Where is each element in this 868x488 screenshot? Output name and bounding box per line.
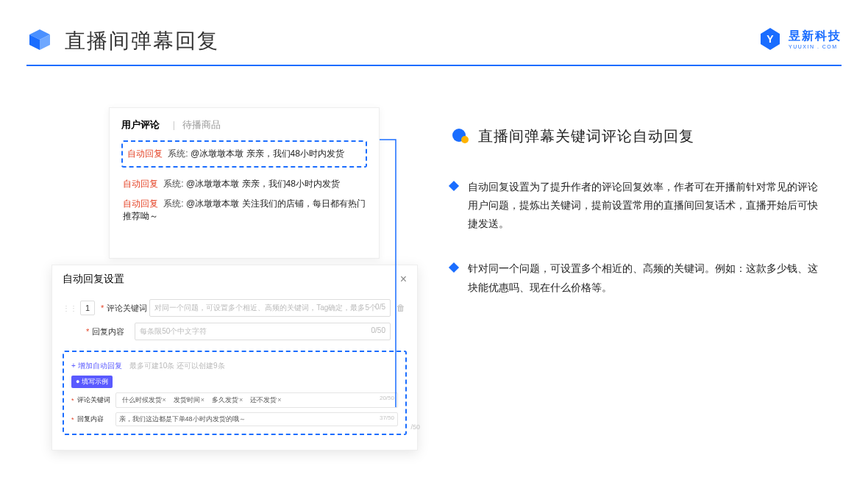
example-keyword-input[interactable]: 什么时候发货×发货时间×多久发货×还不发货× 20/50 [115, 392, 398, 408]
keyword-tag[interactable]: 发货时间× [171, 395, 207, 406]
char-count: 20/50 [380, 395, 394, 401]
index-box: 1 [80, 301, 95, 315]
bullet-list: 自动回复设置为了提升作者的评论回复效率，作者可在开播前针对常见的评论用户问题，提… [450, 178, 825, 297]
brand-logo: Y 昱新科技 YUUXIN . COM [758, 26, 842, 51]
required-star: * [86, 327, 89, 336]
example-content-input[interactable]: 亲，我们这边都是下单48小时内发货的哦～ 37/50 [115, 412, 398, 426]
modal-title: 自动回复设置 [63, 273, 124, 286]
auto-reply-tag: 自动回复 [123, 179, 158, 189]
example-badge: ● 填写示例 [71, 376, 113, 388]
keyword-label: 评论关键词 [107, 303, 149, 314]
bullet-item: 自动回复设置为了提升作者的评论回复效率，作者可在开播前针对常见的评论用户问题，提… [450, 178, 825, 234]
comment-text: @冰墩墩本墩 亲亲，我们48小时内发货 [191, 148, 344, 159]
content-label: 回复内容 [92, 326, 135, 337]
bullet-text: 针对同一个问题，可设置多个相近的、高频的关键词。例如：这款多少钱、这块能优惠吗、… [468, 259, 825, 296]
section-title: 直播间弹幕关键词评论自动回复 [478, 128, 694, 144]
char-count: 0/5 [375, 303, 385, 311]
bullet-item: 针对同一个问题，可设置多个相近的、高频的关键词。例如：这款多少钱、这块能优惠吗、… [450, 259, 825, 296]
system-label: 系统: [163, 179, 183, 189]
comments-panel: 用户评论 | 待播商品 自动回复 系统: @冰墩墩本墩 亲亲，我们48小时内发货… [109, 107, 380, 259]
keyword-tag[interactable]: 什么时候发货× [119, 395, 169, 406]
description-column: 直播间弹幕关键词评论自动回复 自动回复设置为了提升作者的评论回复效率，作者可在开… [450, 126, 825, 323]
required-star: * [71, 416, 74, 423]
comment-row: 自动回复 系统: @冰墩墩本墩 关注我们的店铺，每日都有热门推荐呦～ [121, 198, 367, 223]
drag-handle-icon[interactable]: ⋮⋮ [63, 304, 77, 312]
header-rule [26, 65, 842, 66]
brand-name: 昱新科技 [789, 29, 842, 44]
system-label: 系统: [163, 198, 183, 209]
bullet-text: 自动回复设置为了提升作者的评论回复效率，作者可在开播前针对常见的评论用户问题，提… [468, 178, 825, 234]
content-label: 回复内容 [77, 415, 115, 424]
diamond-icon [449, 262, 459, 273]
placeholder-text: 每条限50个中文字符 [140, 327, 207, 335]
tabs: 用户评论 | 待播商品 [121, 118, 367, 132]
tab-user-comments[interactable]: 用户评论 [121, 119, 160, 130]
example-content-row: * 回复内容 亲，我们这边都是下单48小时内发货的哦～ 37/50 [71, 412, 398, 426]
section-heading-row: 直播间弹幕关键词评论自动回复 [450, 126, 825, 148]
auto-reply-settings-panel: 自动回复设置 × ⋮⋮ 1 * 评论关键词 对同一个问题，可设置多个相近、高频的… [51, 265, 418, 451]
page-title: 直播间弹幕回复 [65, 27, 219, 55]
auto-reply-tag: 自动回复 [127, 148, 163, 159]
placeholder-text: 对同一个问题，可设置多个相近、高频的关键词，Tag确定，最多5个 [154, 304, 377, 312]
keyword-tag[interactable]: 还不发货× [247, 395, 284, 406]
example-keyword-row: * 评论关键词 什么时候发货×发货时间×多久发货×还不发货× 20/50 [71, 392, 398, 408]
chat-bubble-icon [450, 128, 471, 148]
auto-reply-tag: 自动回复 [123, 198, 158, 209]
example-box: + 增加自动回复 最多可建10条 还可以创建9条 ● 填写示例 * 评论关键词 … [63, 351, 407, 435]
diamond-icon [449, 181, 459, 191]
close-icon[interactable]: × [400, 273, 407, 286]
tab-separator: | [173, 119, 175, 130]
keyword-tag[interactable]: 多久发货× [209, 395, 246, 406]
delete-icon[interactable]: 🗑 [396, 303, 407, 313]
svg-point-5 [461, 136, 469, 143]
char-count: 37/50 [380, 415, 394, 421]
add-reply-hint: 最多可建10条 还可以创建9条 [129, 362, 224, 370]
system-label: 系统: [168, 148, 188, 159]
modal-header: 自动回复设置 × [63, 273, 407, 292]
page-header: 直播间弹幕回复 Y 昱新科技 YUUXIN . COM [26, 26, 842, 56]
content-input[interactable]: 每条限50个中文字符 0/50 [135, 323, 391, 340]
highlighted-comment-row: 自动回复 系统: @冰墩墩本墩 亲亲，我们48小时内发货 [121, 140, 367, 168]
keyword-label: 评论关键词 [77, 395, 115, 405]
required-star: * [71, 397, 74, 404]
char-count: 0/50 [371, 326, 385, 334]
keyword-input[interactable]: 对同一个问题，可设置多个相近、高频的关键词，Tag确定，最多5个 0/5 [149, 299, 391, 317]
svg-text:Y: Y [766, 33, 774, 45]
keyword-row: ⋮⋮ 1 * 评论关键词 对同一个问题，可设置多个相近、高频的关键词，Tag确定… [63, 299, 407, 317]
comment-row: 自动回复 系统: @冰墩墩本墩 亲亲，我们48小时内发货 [121, 178, 367, 190]
stray-count: /50 [410, 423, 420, 431]
content-row: * 回复内容 每条限50个中文字符 0/50 [63, 323, 407, 340]
brand-subtitle: YUUXIN . COM [789, 44, 842, 49]
tab-pending-products[interactable]: 待播商品 [182, 119, 221, 130]
comment-text: @冰墩墩本墩 亲亲，我们48小时内发货 [186, 179, 340, 189]
comment-text: @冰墩墩本墩 关注我们的店铺，每日都有热门推荐呦～ [123, 198, 366, 221]
mockup-region: 用户评论 | 待播商品 自动回复 系统: @冰墩墩本墩 亲亲，我们48小时内发货… [96, 107, 419, 259]
required-star: * [101, 304, 104, 312]
add-reply-link[interactable]: + 增加自动回复 [71, 362, 122, 370]
example-content-text: 亲，我们这边都是下单48小时内发货的哦～ [119, 415, 246, 423]
cube-icon [26, 26, 53, 56]
